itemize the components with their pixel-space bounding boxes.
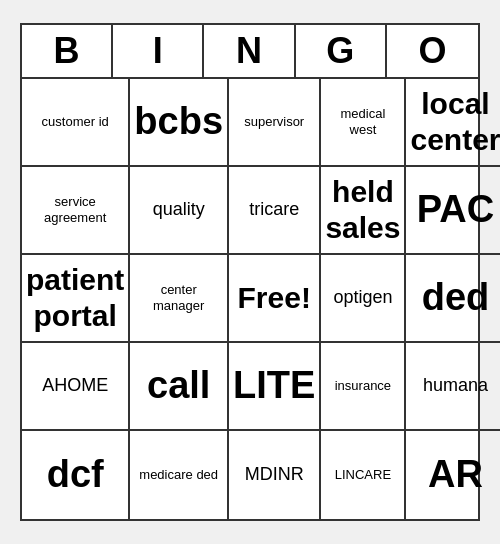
- cell-text: LITE: [233, 363, 315, 409]
- bingo-cell: customer id: [22, 79, 130, 167]
- bingo-cell: patient portal: [22, 255, 130, 343]
- bingo-cell: call: [130, 343, 229, 431]
- bingo-card: BINGO customer idbcbssupervisormedical w…: [20, 23, 480, 521]
- header-letter: I: [113, 25, 204, 77]
- cell-text: Free!: [238, 280, 311, 316]
- bingo-cell: bcbs: [130, 79, 229, 167]
- bingo-grid: customer idbcbssupervisormedical westloc…: [22, 79, 478, 519]
- cell-text: LINCARE: [335, 467, 391, 483]
- bingo-cell: MDINR: [229, 431, 321, 519]
- bingo-cell: service agreement: [22, 167, 130, 255]
- bingo-cell: humana: [406, 343, 500, 431]
- header-letter: N: [204, 25, 295, 77]
- bingo-cell: local center: [406, 79, 500, 167]
- cell-text: service agreement: [26, 194, 124, 225]
- bingo-cell: PAC: [406, 167, 500, 255]
- bingo-cell: LINCARE: [321, 431, 406, 519]
- cell-text: dcf: [47, 452, 104, 498]
- cell-text: medical west: [325, 106, 400, 137]
- bingo-cell: dcf: [22, 431, 130, 519]
- bingo-cell: Free!: [229, 255, 321, 343]
- bingo-header: BINGO: [22, 25, 478, 79]
- bingo-cell: medicare ded: [130, 431, 229, 519]
- bingo-cell: AR: [406, 431, 500, 519]
- header-letter: O: [387, 25, 478, 77]
- bingo-cell: medical west: [321, 79, 406, 167]
- bingo-cell: LITE: [229, 343, 321, 431]
- bingo-cell: supervisor: [229, 79, 321, 167]
- cell-text: PAC: [417, 187, 494, 233]
- cell-text: local center: [410, 86, 500, 158]
- cell-text: center manager: [134, 282, 223, 313]
- cell-text: humana: [423, 375, 488, 397]
- cell-text: call: [147, 363, 210, 409]
- bingo-cell: insurance: [321, 343, 406, 431]
- cell-text: medicare ded: [139, 467, 218, 483]
- bingo-cell: quality: [130, 167, 229, 255]
- cell-text: supervisor: [244, 114, 304, 130]
- bingo-cell: optigen: [321, 255, 406, 343]
- cell-text: patient portal: [26, 262, 124, 334]
- cell-text: AR: [428, 452, 483, 498]
- cell-text: MDINR: [245, 464, 304, 486]
- bingo-cell: tricare: [229, 167, 321, 255]
- cell-text: AHOME: [42, 375, 108, 397]
- bingo-cell: center manager: [130, 255, 229, 343]
- cell-text: ded: [422, 275, 490, 321]
- cell-text: insurance: [335, 378, 391, 394]
- cell-text: customer id: [42, 114, 109, 130]
- cell-text: bcbs: [134, 99, 223, 145]
- bingo-cell: held sales: [321, 167, 406, 255]
- cell-text: quality: [153, 199, 205, 221]
- bingo-cell: ded: [406, 255, 500, 343]
- cell-text: optigen: [333, 287, 392, 309]
- cell-text: held sales: [325, 174, 400, 246]
- header-letter: G: [296, 25, 387, 77]
- header-letter: B: [22, 25, 113, 77]
- cell-text: tricare: [249, 199, 299, 221]
- bingo-cell: AHOME: [22, 343, 130, 431]
